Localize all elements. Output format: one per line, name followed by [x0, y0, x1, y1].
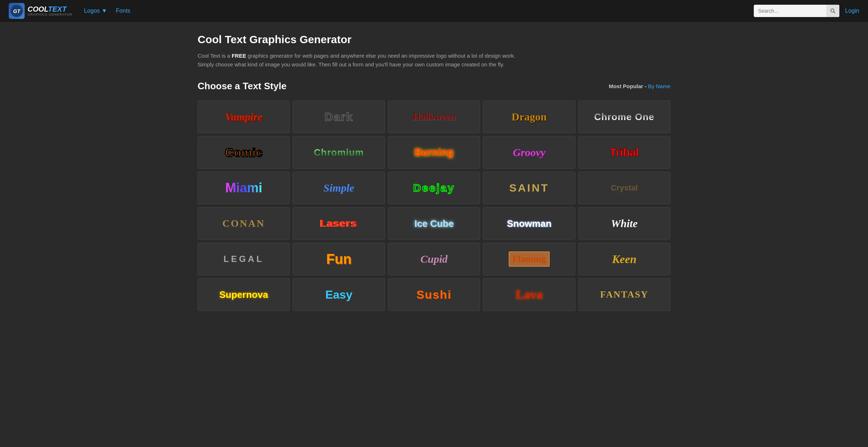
style-item[interactable]: Comic — [198, 136, 290, 169]
style-item[interactable]: Easy — [293, 278, 385, 311]
style-item[interactable]: Burning — [388, 136, 480, 169]
style-label: Dark — [325, 110, 353, 124]
style-label: Burning — [414, 147, 453, 158]
style-item[interactable]: Fun — [293, 243, 385, 275]
nav-fonts[interactable]: Fonts — [116, 8, 131, 14]
style-label: Vampire — [225, 111, 263, 123]
style-label: Cupid — [420, 253, 447, 265]
style-item[interactable]: Deejay — [388, 172, 480, 204]
section-header: Choose a Text Style Most Popular - By Na… — [198, 81, 670, 92]
sort-separator: - — [645, 83, 648, 89]
styles-grid: VampireDarkHalloweenDragonChrome OneComi… — [198, 101, 670, 311]
sort-by-name[interactable]: By Name — [648, 83, 670, 89]
login-link[interactable]: Login — [845, 8, 859, 14]
style-label: Legal — [224, 254, 264, 264]
style-label: Miami — [225, 180, 262, 196]
style-label: Flaming — [509, 251, 549, 267]
style-item[interactable]: Vampire — [198, 101, 290, 133]
style-item[interactable]: White — [578, 207, 670, 240]
style-label: Chromium — [314, 147, 364, 158]
style-item[interactable]: Conan — [198, 207, 290, 240]
style-item[interactable]: Saint — [483, 172, 575, 204]
style-item[interactable]: Groovy — [483, 136, 575, 169]
search-input[interactable] — [754, 8, 826, 14]
search-button[interactable] — [826, 5, 839, 17]
section-title: Choose a Text Style — [198, 81, 286, 92]
style-label: Supernova — [219, 289, 268, 300]
style-item[interactable]: Tribal — [578, 136, 670, 169]
style-label: Saint — [509, 182, 549, 194]
page-title: Cool Text Graphics Generator — [198, 33, 670, 46]
style-item[interactable]: Halloween — [388, 101, 480, 133]
description-prefix: Cool Text is a — [198, 53, 232, 59]
style-item[interactable]: Keen — [578, 243, 670, 275]
svg-text:GT: GT — [13, 8, 21, 14]
style-label: Keen — [612, 253, 637, 266]
style-item[interactable]: Lasers — [293, 207, 385, 240]
description-free: FREE — [232, 53, 246, 59]
style-item[interactable]: Lava — [483, 278, 575, 311]
logo-icon: GT — [9, 3, 25, 19]
style-item[interactable]: Miami — [198, 172, 290, 204]
style-label: Tribal — [610, 146, 639, 159]
style-item[interactable]: Chrome One — [578, 101, 670, 133]
svg-point-2 — [831, 9, 834, 12]
main-content: Cool Text Graphics Generator Cool Text i… — [180, 22, 688, 323]
style-item[interactable]: Sushi — [388, 278, 480, 311]
style-label: Simple — [323, 182, 354, 194]
style-item[interactable]: Dragon — [483, 101, 575, 133]
logo-tagline: GRAPHICS GENERATOR — [28, 13, 73, 17]
style-item[interactable]: Flaming — [483, 243, 575, 275]
style-label: Snowman — [507, 218, 551, 229]
sort-options: Most Popular - By Name — [609, 83, 670, 89]
style-item[interactable]: Dark — [293, 101, 385, 133]
style-label: Halloween — [413, 111, 455, 122]
style-item[interactable]: Supernova — [198, 278, 290, 311]
svg-line-3 — [834, 12, 835, 13]
nav-logos[interactable]: Logos ▼ — [84, 8, 107, 14]
style-label: Sushi — [416, 288, 451, 302]
style-item[interactable]: Ice Cube — [388, 207, 480, 240]
logo-text: COOLTEXT GRAPHICS GENERATOR — [28, 5, 73, 17]
style-label: Deejay — [413, 182, 455, 194]
style-label: Lasers — [320, 218, 357, 229]
logo[interactable]: GT COOLTEXT GRAPHICS GENERATOR — [9, 3, 73, 19]
style-item[interactable]: Simple — [293, 172, 385, 204]
page-description: Cool Text is a FREE graphics generator f… — [198, 52, 524, 69]
style-item[interactable]: Chromium — [293, 136, 385, 169]
style-label: Conan — [222, 218, 265, 229]
style-label: Comic — [225, 145, 263, 160]
style-label: Fun — [326, 251, 352, 267]
site-header: GT COOLTEXT GRAPHICS GENERATOR Logos ▼ F… — [0, 0, 868, 22]
style-label: Chrome One — [594, 111, 654, 123]
style-label: Easy — [325, 288, 352, 302]
style-label: Fantasy — [600, 289, 648, 300]
style-label: Crystal — [611, 183, 638, 193]
sort-most-popular: Most Popular — [609, 83, 643, 89]
style-label: Groovy — [513, 146, 545, 159]
main-nav: Logos ▼ Fonts — [84, 8, 131, 14]
style-label: Ice Cube — [414, 218, 454, 229]
header-left: GT COOLTEXT GRAPHICS GENERATOR Logos ▼ F… — [9, 3, 131, 19]
style-label: Dragon — [512, 111, 547, 123]
search-bar — [754, 5, 839, 17]
logo-name: COOLTEXT — [28, 5, 73, 13]
style-label: White — [611, 217, 637, 230]
style-item[interactable]: Snowman — [483, 207, 575, 240]
style-label: Lava — [516, 288, 543, 302]
style-item[interactable]: Fantasy — [578, 278, 670, 311]
style-item[interactable]: Legal — [198, 243, 290, 275]
search-icon — [830, 8, 836, 14]
style-item[interactable]: Cupid — [388, 243, 480, 275]
header-right: Login — [754, 5, 859, 17]
style-item[interactable]: Crystal — [578, 172, 670, 204]
